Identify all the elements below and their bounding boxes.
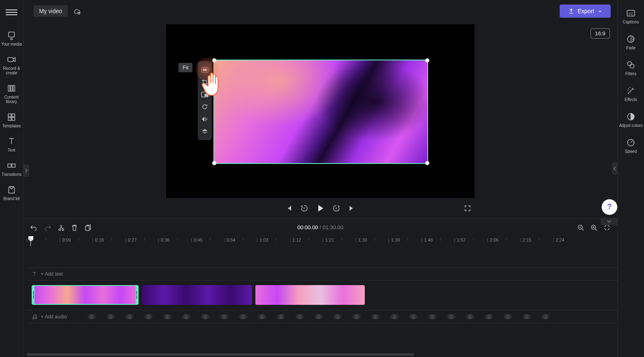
sidebar-item-label: Your media	[1, 42, 22, 46]
playback-controls: 5 5	[166, 198, 475, 219]
delete-button[interactable]	[71, 224, 78, 231]
rotate-button[interactable]	[198, 101, 212, 113]
sidebar-item-filters[interactable]: Filters	[618, 55, 644, 81]
sidebar-item-effects[interactable]: Effects	[618, 81, 644, 107]
duplicate-button[interactable]	[84, 224, 92, 231]
timecode: 00:00.00 / 01:30.00	[297, 224, 343, 230]
fit-tooltip: Fit	[178, 63, 192, 72]
clip-handle-left[interactable]	[32, 286, 35, 304]
sidebar-item-content-library[interactable]: Content library	[0, 79, 23, 108]
rewind-button[interactable]: 5	[300, 204, 308, 212]
sidebar-item-templates[interactable]: Templates	[0, 108, 23, 132]
fit-button[interactable]	[198, 64, 212, 76]
text-icon	[32, 271, 37, 277]
fullscreen-button[interactable]	[464, 205, 471, 212]
clip-handle-right[interactable]	[136, 286, 138, 304]
svg-point-19	[59, 229, 60, 230]
sidebar-item-your-media[interactable]: Your media	[0, 26, 23, 51]
ruler-tick: 2:15	[523, 237, 531, 242]
sidebar-item-brand-kit[interactable]: Brand kit	[0, 181, 23, 205]
menu-button[interactable]	[6, 7, 17, 18]
redo-button[interactable]	[44, 224, 51, 231]
sidebar-item-label: Speed	[625, 149, 637, 154]
sidebar-item-text[interactable]: Text	[0, 132, 23, 157]
total-time: 01:30.00	[322, 224, 343, 230]
export-button[interactable]: Export	[560, 5, 611, 18]
aspect-ratio-selector[interactable]: 16:9	[591, 28, 610, 39]
project-title[interactable]: My video	[33, 5, 68, 17]
timeline-scrollbar[interactable]	[23, 352, 617, 357]
cloud-sync-icon[interactable]	[73, 7, 81, 15]
sidebar-item-record[interactable]: Record & create	[0, 51, 23, 79]
clip-3[interactable]	[255, 285, 365, 305]
camera-icon	[7, 55, 16, 64]
contrast-icon	[626, 112, 636, 122]
ruler-tick: 0:27	[128, 237, 137, 242]
ruler-tick: 0:09	[62, 237, 71, 242]
sidebar-item-transitions[interactable]: Transitions	[0, 157, 23, 181]
audio-track[interactable]: + Add audio	[28, 310, 617, 323]
sidebar-item-speed[interactable]: Speed	[618, 133, 644, 159]
svg-rect-11	[12, 164, 15, 167]
sidebar-item-label: Adjust colors	[619, 123, 642, 128]
speed-icon	[626, 138, 636, 147]
flip-v-button[interactable]	[198, 125, 212, 138]
undo-button[interactable]	[30, 224, 37, 231]
play-button[interactable]	[316, 204, 325, 213]
chevron-down-icon	[598, 9, 602, 14]
clip-2[interactable]	[142, 285, 252, 305]
preview-canvas[interactable]: Fit	[166, 24, 475, 198]
grid-icon	[7, 112, 16, 122]
flip-h-icon	[202, 116, 208, 122]
sidebar-item-captions[interactable]: CC Captions	[618, 3, 644, 29]
fit-icon	[201, 67, 208, 73]
selected-clip-frame[interactable]	[213, 60, 428, 164]
ruler-tick: 0:18	[95, 237, 104, 242]
resize-handle-tr[interactable]	[425, 58, 429, 62]
clip-1[interactable]	[32, 285, 139, 305]
resize-handle-br[interactable]	[425, 161, 429, 165]
zoom-fit-button[interactable]	[603, 224, 611, 231]
forward-button[interactable]: 5	[332, 204, 341, 212]
svg-text:CC: CC	[628, 12, 633, 16]
svg-rect-16	[205, 94, 208, 96]
ruler-tick: 0:45	[194, 237, 202, 242]
svg-rect-3	[8, 85, 10, 91]
resize-handle-bl[interactable]	[212, 161, 216, 165]
sidebar-item-fade[interactable]: Fade	[618, 29, 644, 55]
crop-button[interactable]	[198, 76, 212, 88]
split-button[interactable]	[58, 224, 65, 231]
audio-waveform-placeholder	[70, 313, 617, 321]
left-sidebar: Your media Record & create Content libra…	[0, 0, 23, 357]
svg-rect-7	[12, 114, 15, 117]
flip-h-button[interactable]	[198, 113, 212, 125]
text-track[interactable]: + Add text	[28, 267, 617, 281]
crop-icon	[202, 79, 208, 85]
sidebar-item-label: Brand kit	[3, 196, 19, 201]
skip-end-button[interactable]	[348, 205, 355, 212]
ruler-tick: 0:36	[161, 237, 169, 242]
sidebar-item-label: Effects	[625, 97, 637, 102]
zoom-in-button[interactable]	[590, 224, 598, 231]
sidebar-item-adjust-colors[interactable]: Adjust colors	[618, 107, 644, 133]
video-track[interactable]	[28, 285, 617, 305]
resize-handle-tl[interactable]	[212, 58, 216, 62]
help-button[interactable]: ?	[602, 199, 617, 215]
ruler-tick: 1:03	[259, 237, 268, 242]
pip-button[interactable]	[198, 88, 212, 101]
ruler-tick: 2:06	[490, 237, 498, 242]
current-time: 00:00.00	[297, 224, 318, 230]
zoom-out-button[interactable]	[577, 224, 584, 231]
svg-point-1	[11, 38, 12, 40]
skip-start-button[interactable]	[285, 205, 293, 212]
svg-rect-8	[8, 117, 11, 120]
svg-rect-4	[11, 85, 12, 91]
timeline-ruler[interactable]: 00:090:180:270:360:450:541:031:121:211:3…	[23, 236, 617, 246]
svg-text:5: 5	[336, 207, 337, 210]
right-sidebar-expand[interactable]	[612, 162, 618, 175]
ruler-tick: 0	[29, 237, 32, 242]
sidebar-item-label: Fade	[626, 46, 636, 50]
cc-icon: CC	[626, 8, 636, 18]
svg-rect-21	[86, 226, 89, 230]
right-sidebar: CC Captions Fade Filters Effects Adjust …	[617, 0, 644, 357]
